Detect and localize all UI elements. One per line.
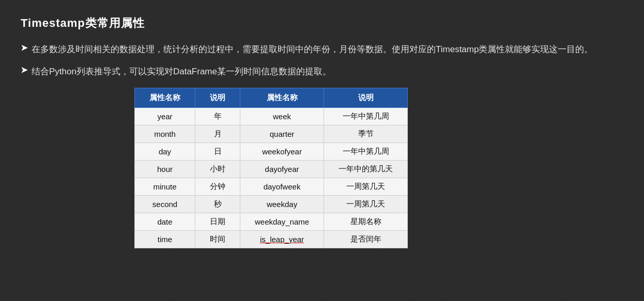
table-cell: date: [135, 213, 195, 230]
bullet-text-1: 在多数涉及时间相关的数据处理，统计分析的过程中，需要提取时间中的年份，月份等数据…: [32, 42, 593, 57]
table-cell: weekday_name: [240, 213, 324, 230]
table-cell: 年: [195, 107, 240, 125]
table-cell: 一周第几天: [324, 178, 408, 195]
table-cell: dayofweek: [240, 178, 324, 195]
table-cell: 一周第几天: [324, 195, 408, 213]
table-cell: 月: [195, 125, 240, 142]
table-cell: 日: [195, 142, 240, 160]
table-cell: 小时: [195, 160, 240, 178]
table-cell: quarter: [240, 125, 324, 142]
table-cell: 星期名称: [324, 213, 408, 230]
table-cell: second: [135, 195, 195, 213]
table-cell: week: [240, 107, 324, 125]
table-cell: weekday: [240, 195, 324, 213]
table-cell: 一年中第几周: [324, 107, 408, 125]
table-cell: minute: [135, 178, 195, 195]
bullet-arrow-1: ➤: [21, 43, 27, 53]
table-cell: 秒: [195, 195, 240, 213]
table-cell: 季节: [324, 125, 408, 142]
table-cell: year: [135, 107, 195, 125]
table-row: minute分钟dayofweek一周第几天: [135, 178, 408, 195]
col-header-desc2: 说明: [324, 88, 408, 107]
bullet-text-2: 结合Python列表推导式，可以实现对DataFrame某一列时间信息数据的提取…: [32, 65, 331, 80]
table-cell: weekofyear: [240, 142, 324, 160]
table-cell: dayofyear: [240, 160, 324, 178]
table-cell: 日期: [195, 213, 240, 230]
col-header-desc1: 说明: [195, 88, 240, 107]
bullet-arrow-2: ➤: [21, 65, 27, 75]
table-cell: 分钟: [195, 178, 240, 195]
page-title: Timestamp类常用属性: [21, 15, 623, 31]
table-cell: 一年中第几周: [324, 142, 408, 160]
table-row: date日期weekday_name星期名称: [135, 213, 408, 230]
table-cell: 时间: [195, 230, 240, 248]
bullet-1: ➤ 在多数涉及时间相关的数据处理，统计分析的过程中，需要提取时间中的年份，月份等…: [21, 42, 623, 57]
table-cell: is_leap_year: [240, 230, 324, 248]
table-header-row: 属性名称 说明 属性名称 说明: [135, 88, 408, 107]
table-cell: 是否闰年: [324, 230, 408, 248]
table-row: year年week一年中第几周: [135, 107, 408, 125]
table-row: month月quarter季节: [135, 125, 408, 142]
table-row: time时间is_leap_year是否闰年: [135, 230, 408, 248]
attributes-table: 属性名称 说明 属性名称 说明 year年week一年中第几周month月qua…: [134, 88, 408, 248]
col-header-attr1: 属性名称: [135, 88, 195, 107]
table-cell: day: [135, 142, 195, 160]
col-header-attr2: 属性名称: [240, 88, 324, 107]
table-cell: time: [135, 230, 195, 248]
page-wrapper: Timestamp类常用属性 ➤ 在多数涉及时间相关的数据处理，统计分析的过程中…: [21, 15, 623, 301]
table-cell: month: [135, 125, 195, 142]
attributes-table-container: 属性名称 说明 属性名称 说明 year年week一年中第几周month月qua…: [134, 88, 623, 248]
table-cell: hour: [135, 160, 195, 178]
table-cell: 一年中的第几天: [324, 160, 408, 178]
bullet-2: ➤ 结合Python列表推导式，可以实现对DataFrame某一列时间信息数据的…: [21, 65, 623, 80]
table-row: day日weekofyear一年中第几周: [135, 142, 408, 160]
table-row: hour小时dayofyear一年中的第几天: [135, 160, 408, 178]
table-row: second秒weekday一周第几天: [135, 195, 408, 213]
